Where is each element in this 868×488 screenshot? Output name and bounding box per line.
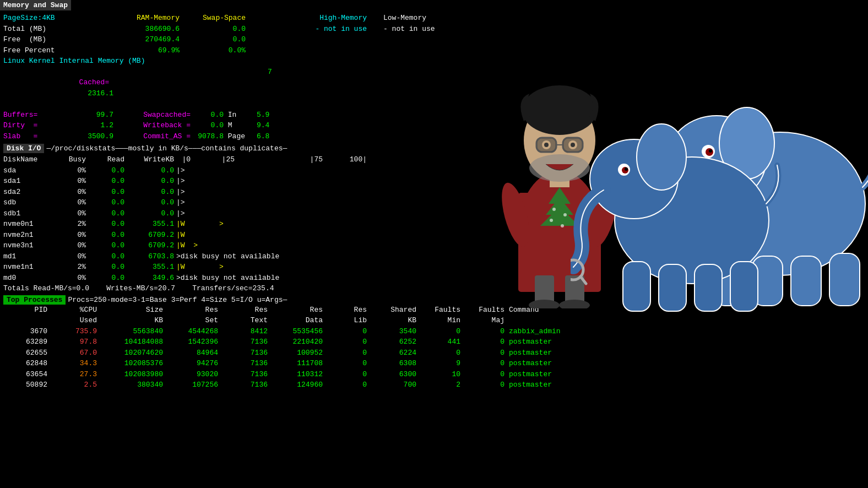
process-row: 3670 735.9 5563840 4544268 8412 5535456 … bbox=[3, 326, 865, 337]
process-row: 50892 2.5 380340 107256 7136 124960 0 70… bbox=[3, 379, 865, 391]
process-row: 62848 34.3 102085376 94276 7136 111708 0… bbox=[3, 358, 865, 369]
disk-totals: Totals Read-MB/s=0.0 Writes-MB/s=20.7 Tr… bbox=[3, 283, 865, 294]
disk-row: md1 0% 0.0 6703.8 >disk busy not availab… bbox=[3, 251, 865, 262]
disk-row: sda 0% 0.0 0.0 |> bbox=[3, 165, 865, 176]
process-row: 62655 67.0 102074620 84964 7136 100952 0… bbox=[3, 348, 865, 359]
memory-swap-header: Memory and Swap bbox=[0, 0, 71, 10]
kernel-row-cached: Cached= 2316.1 7 bbox=[3, 67, 865, 110]
top-processes-label: Top Processes bbox=[3, 295, 66, 305]
disk-row: sdb1 0% 0.0 0.0 |> bbox=[3, 208, 865, 219]
disk-row: sda1 0% 0.0 0.0 |> bbox=[3, 176, 865, 187]
memory-column-headers: PageSize:4KB RAM-Memory Swap-Space High-… bbox=[3, 13, 865, 24]
disk-row: md0 0% 0.0 349.6 >disk busy not availabl… bbox=[3, 273, 865, 284]
diskio-header-bar: Disk I/O —/proc/diskstats———mostly in KB… bbox=[3, 144, 865, 153]
kernel-row-slab: Slab = 3500.9 Commit_AS = 9078.8 Page 6.… bbox=[3, 131, 865, 142]
process-row: 63654 27.3 102083980 93020 7136 110312 0… bbox=[3, 369, 865, 380]
kernel-row-buffers: Buffers= 99.7 Swapcached= 0.0 In 5.9 bbox=[3, 110, 865, 121]
kernel-row-dirty: Dirty = 1.2 Writeback = 0.0 M 9.4 bbox=[3, 120, 865, 131]
top-processes-header-bar: Top Processes Procs=250-mode=3-1=Base 3=… bbox=[3, 295, 865, 305]
disk-row: nvme2n1 0% 0.0 6709.2 |W bbox=[3, 230, 865, 241]
disk-row: nvme3n1 0% 0.0 6709.2 |W > bbox=[3, 240, 865, 251]
memory-free-row: Free (MB) 270469.4 0.0 bbox=[3, 34, 865, 45]
disk-row: sdb 0% 0.0 0.0 |> bbox=[3, 197, 865, 208]
proc-header-row2: Used KB Set Text Data Lib KB Min Maj bbox=[3, 315, 865, 326]
disk-row: nvme0n1 2% 0.0 355.1 |W > bbox=[3, 219, 865, 230]
memory-section: PageSize:4KB RAM-Memory Swap-Space High-… bbox=[3, 13, 865, 142]
memory-freepct-row: Free Percent 69.9% 0.0% bbox=[3, 45, 865, 56]
process-row: 63289 97.8 104184088 1542396 7136 221042… bbox=[3, 337, 865, 348]
process-rows: 3670 735.9 5563840 4544268 8412 5535456 … bbox=[3, 326, 865, 391]
disk-table-header: DiskName Busy Read WriteKB |0 |25 |75 10… bbox=[3, 154, 865, 165]
disk-row: nvme1n1 2% 0.0 355.1 |W > bbox=[3, 262, 865, 273]
disk-rows: sda 0% 0.0 0.0 |> sda1 0% 0.0 0.0 |> sda… bbox=[3, 165, 865, 284]
memory-total-row: Total (MB) 386690.6 0.0 - not in use - n… bbox=[3, 24, 865, 35]
kernel-memory-header: Linux Kernel Internal Memory (MB) bbox=[3, 56, 865, 67]
disk-row: sda2 0% 0.0 0.0 |> bbox=[3, 187, 865, 198]
diskio-label: Disk I/O bbox=[3, 144, 44, 153]
proc-header-row1: PID %CPU Size Res Res Res Res Shared Fau… bbox=[3, 305, 865, 316]
